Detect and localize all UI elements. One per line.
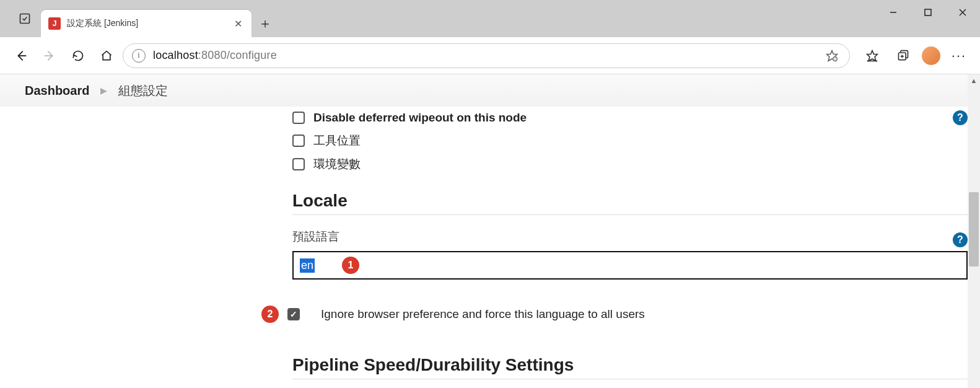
window-controls <box>876 0 980 25</box>
checkbox-env-vars[interactable] <box>292 158 305 170</box>
close-window-button[interactable] <box>945 0 980 25</box>
configure-form: Disable deferred wipeout on this node ? … <box>278 107 968 388</box>
scroll-up-icon[interactable]: ▲ <box>968 74 980 87</box>
minimize-button[interactable] <box>876 0 911 25</box>
section-title-locale: Locale <box>292 191 968 211</box>
checkbox-ignore-browser-pref[interactable] <box>287 308 300 320</box>
scrollbar-thumb[interactable] <box>969 192 979 267</box>
help-icon[interactable]: ? <box>953 232 968 247</box>
home-button[interactable] <box>94 43 119 68</box>
new-tab-button[interactable]: ＋ <box>252 10 279 37</box>
jenkins-favicon: J <box>48 17 61 30</box>
label-default-language: 預設語言 <box>292 229 339 245</box>
tab-title: 設定系統 [Jenkins] <box>67 18 225 29</box>
profile-avatar[interactable] <box>922 46 940 65</box>
breadcrumb-config[interactable]: 組態設定 <box>118 82 168 99</box>
label-disable-wipeout: Disable deferred wipeout on this node <box>313 111 527 125</box>
address-bar[interactable]: i localhost:8080/configure <box>123 43 850 68</box>
label-tool-locations: 工具位置 <box>313 133 361 149</box>
browser-tab-strip: J 設定系統 [Jenkins] ✕ ＋ <box>0 0 980 37</box>
close-tab-icon[interactable]: ✕ <box>232 18 244 30</box>
chevron-right-icon: ▶ <box>100 86 107 95</box>
more-menu-icon[interactable]: ··· <box>947 43 971 68</box>
site-info-icon[interactable]: i <box>132 49 146 63</box>
svg-rect-2 <box>925 9 931 15</box>
favorites-icon[interactable] <box>860 43 885 68</box>
browser-navbar: i localhost:8080/configure ··· <box>0 37 980 74</box>
checkbox-disable-wipeout[interactable] <box>292 112 305 124</box>
help-icon[interactable]: ? <box>953 110 968 125</box>
breadcrumb: Dashboard ▶ 組態設定 <box>0 74 980 107</box>
add-favorite-inline-icon[interactable] <box>823 47 841 64</box>
label-env-vars: 環境變數 <box>313 156 361 172</box>
back-button[interactable] <box>9 43 33 68</box>
annotation-badge-1: 1 <box>342 257 359 274</box>
vertical-scrollbar[interactable]: ▲ <box>968 74 980 388</box>
breadcrumb-dashboard[interactable]: Dashboard <box>25 84 89 98</box>
url-display: localhost:8080/configure <box>153 49 277 62</box>
default-language-input[interactable]: en 1 <box>292 251 968 280</box>
maximize-button[interactable] <box>911 0 945 25</box>
collections-icon[interactable] <box>891 43 916 68</box>
default-language-value: en <box>300 258 315 273</box>
reload-button[interactable] <box>66 43 90 68</box>
svg-marker-11 <box>867 50 878 61</box>
checkbox-tool-locations[interactable] <box>292 134 305 147</box>
browser-tab[interactable]: J 設定系統 [Jenkins] ✕ <box>41 10 252 37</box>
forward-button <box>37 43 62 68</box>
svg-rect-0 <box>20 14 30 24</box>
annotation-badge-2: 2 <box>261 306 279 323</box>
section-title-pipeline: Pipeline Speed/Durability Settings <box>292 355 968 375</box>
tab-actions-icon[interactable] <box>15 9 35 29</box>
label-ignore-browser-pref: Ignore browser preference and force this… <box>321 307 645 321</box>
